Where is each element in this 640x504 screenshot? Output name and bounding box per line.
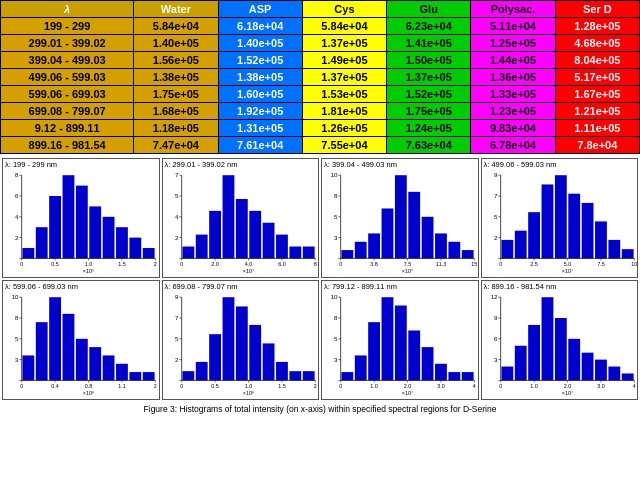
cell-asp: 1.92e+05 xyxy=(218,103,302,120)
svg-rect-161 xyxy=(195,362,207,380)
svg-rect-133 xyxy=(89,347,101,380)
histogram-canvas: 2579×10⁸00.51.01.52 xyxy=(163,292,319,396)
histogram-title: λ: 499.06 - 599.03 nm xyxy=(482,159,638,170)
svg-rect-195 xyxy=(382,297,394,380)
svg-rect-98 xyxy=(528,212,540,258)
svg-rect-104 xyxy=(608,240,620,258)
histogram-canvas: 35810×10⁸00.40.81.12 xyxy=(3,292,159,396)
table-row: 9.12 - 899.11 1.18e+05 1.31e+05 1.26e+05… xyxy=(1,120,640,137)
cell-asp: 1.31e+05 xyxy=(218,120,302,137)
svg-rect-35 xyxy=(222,175,234,258)
svg-text:9: 9 xyxy=(494,173,497,178)
svg-text:2: 2 xyxy=(154,261,157,266)
svg-rect-226 xyxy=(528,325,540,380)
cell-glu: 1.24e+05 xyxy=(387,120,471,137)
table-row: 599.06 - 699.03 1.75e+05 1.60e+05 1.53e+… xyxy=(1,86,640,103)
svg-rect-5 xyxy=(89,206,101,258)
svg-rect-136 xyxy=(129,372,141,380)
svg-rect-34 xyxy=(209,211,221,259)
svg-rect-36 xyxy=(235,199,247,258)
svg-text:5.0: 5.0 xyxy=(563,261,571,266)
svg-text:4: 4 xyxy=(473,383,476,388)
table-row: 199 - 299 5.84e+04 6.18e+04 5.84e+04 6.2… xyxy=(1,18,640,35)
svg-text:5: 5 xyxy=(15,336,18,341)
svg-rect-69 xyxy=(408,192,420,259)
svg-rect-198 xyxy=(422,347,434,380)
svg-rect-97 xyxy=(514,231,526,259)
svg-text:2: 2 xyxy=(313,383,316,388)
table-row: 899.16 - 981.54 7.47e+04 7.61e+04 7.55e+… xyxy=(1,137,640,154)
svg-text:7: 7 xyxy=(175,173,178,178)
cell-polysac: 6.78e+04 xyxy=(471,137,555,154)
cell-polysac: 1.25e+05 xyxy=(471,35,555,52)
svg-text:8: 8 xyxy=(313,261,316,266)
svg-rect-192 xyxy=(341,372,353,380)
cell-glu: 1.41e+05 xyxy=(387,35,471,52)
histogram-canvas: 35810×10⁷01.02.03.04 xyxy=(322,292,478,396)
svg-text:×10⁸: ×10⁸ xyxy=(242,390,253,395)
svg-rect-101 xyxy=(568,194,580,259)
histogram-cell: λ: 199 - 299 nm2468×10⁵00.51.01.52 xyxy=(2,158,160,278)
svg-text:7.5: 7.5 xyxy=(597,261,605,266)
cell-lambda: 399.04 - 499.03 xyxy=(1,52,134,69)
svg-text:4: 4 xyxy=(632,383,635,388)
svg-text:1.0: 1.0 xyxy=(530,383,538,388)
col-header-asp: ASP xyxy=(218,1,302,18)
histogram-cell: λ: 899.16 - 981.54 nm36912×10⁷01.02.03.0… xyxy=(481,280,639,400)
cell-water: 1.38e+05 xyxy=(134,69,218,86)
svg-rect-39 xyxy=(276,235,288,259)
cell-glu: 1.37e+05 xyxy=(387,69,471,86)
svg-text:0.5: 0.5 xyxy=(51,261,59,266)
histogram-canvas: 2468×10⁵00.51.01.52 xyxy=(3,170,159,274)
svg-text:3.8: 3.8 xyxy=(370,261,378,266)
cell-lambda: 299.01 - 399.02 xyxy=(1,35,134,52)
cell-water: 1.18e+05 xyxy=(134,120,218,137)
svg-text:5: 5 xyxy=(494,214,497,219)
svg-rect-65 xyxy=(355,242,367,259)
svg-text:6: 6 xyxy=(15,193,18,198)
svg-text:×10⁵: ×10⁵ xyxy=(83,268,94,273)
svg-rect-6 xyxy=(103,217,115,259)
svg-rect-73 xyxy=(462,250,474,258)
svg-rect-102 xyxy=(581,203,593,258)
histogram-title: λ: 699.08 - 799.07 nm xyxy=(163,281,319,292)
cell-water: 1.56e+05 xyxy=(134,52,218,69)
svg-rect-201 xyxy=(462,372,474,380)
cell-glu: 7.63e+04 xyxy=(387,137,471,154)
svg-rect-3 xyxy=(63,175,75,258)
histogram-cell: λ: 499.06 - 599.03 nm2579×10⁷02.55.07.51… xyxy=(481,158,639,278)
histogram-title: λ: 199 - 299 nm xyxy=(3,159,159,170)
cell-serd: 1.67e+05 xyxy=(555,86,639,103)
cell-polysac: 1.44e+05 xyxy=(471,52,555,69)
cell-glu: 1.50e+05 xyxy=(387,52,471,69)
cell-glu: 1.52e+05 xyxy=(387,86,471,103)
cell-water: 1.40e+05 xyxy=(134,35,218,52)
histogram-canvas: 36912×10⁷01.02.03.04 xyxy=(482,292,638,396)
svg-text:0: 0 xyxy=(20,261,23,266)
cell-asp: 1.52e+05 xyxy=(218,52,302,69)
svg-rect-160 xyxy=(182,371,194,380)
col-header-polysac: Polysac. xyxy=(471,1,555,18)
svg-rect-66 xyxy=(368,233,380,258)
svg-rect-193 xyxy=(355,355,367,380)
svg-text:0.4: 0.4 xyxy=(51,383,59,388)
cell-serd: 4.68e+05 xyxy=(555,35,639,52)
cell-serd: 7.8e+04 xyxy=(555,137,639,154)
col-header-cys: Cys xyxy=(302,1,386,18)
table-section: λ Water ASP Cys Glu Polysac. Ser D 199 -… xyxy=(0,0,640,154)
svg-rect-33 xyxy=(195,235,207,259)
svg-text:9: 9 xyxy=(494,315,497,320)
col-header-lambda: λ xyxy=(1,1,134,18)
svg-rect-41 xyxy=(302,247,314,259)
histogram-cell: λ: 799.12 - 899.11 nm35810×10⁷01.02.03.0… xyxy=(321,280,479,400)
svg-rect-38 xyxy=(262,223,274,259)
cell-asp: 1.38e+05 xyxy=(218,69,302,86)
svg-rect-196 xyxy=(395,306,407,381)
cell-polysac: 9.83e+04 xyxy=(471,120,555,137)
histogram-cell: λ: 399.04 - 499.03 nm35810×10⁷03.87.511.… xyxy=(321,158,479,278)
cell-cys: 1.81e+05 xyxy=(302,103,386,120)
histogram-canvas: 2457×10⁷02.04.06.08 xyxy=(163,170,319,274)
svg-rect-131 xyxy=(63,314,75,381)
histogram-title: λ: 799.12 - 899.11 nm xyxy=(322,281,478,292)
svg-text:12: 12 xyxy=(490,295,497,300)
